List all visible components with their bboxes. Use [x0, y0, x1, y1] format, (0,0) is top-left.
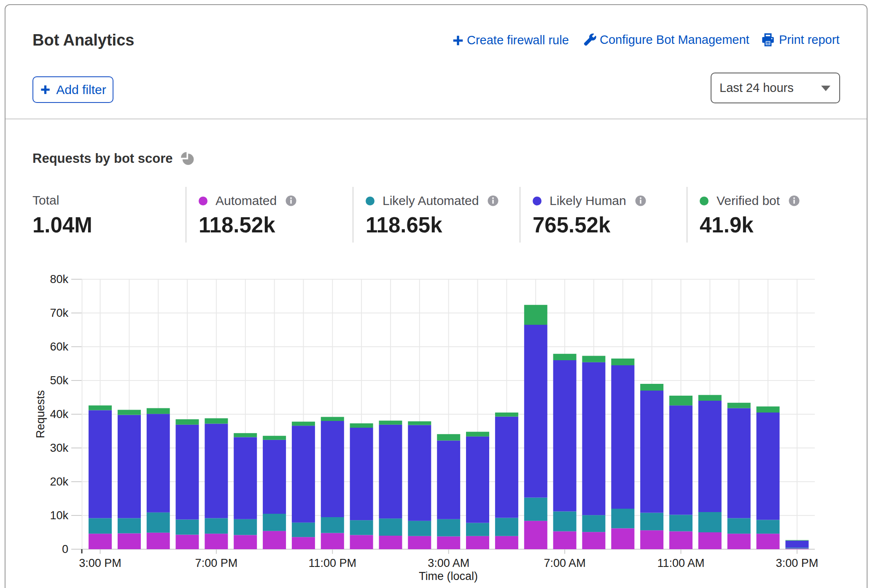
svg-text:70k: 70k: [50, 307, 68, 319]
svg-text:7:00 PM: 7:00 PM: [195, 557, 238, 569]
svg-text:20k: 20k: [50, 475, 68, 488]
svg-text:60k: 60k: [50, 340, 68, 353]
svg-text:3:00 AM: 3:00 AM: [428, 557, 469, 569]
svg-text:3:00 PM: 3:00 PM: [776, 557, 819, 569]
svg-text:3:00 PM: 3:00 PM: [79, 557, 121, 569]
svg-text:50k: 50k: [50, 374, 68, 387]
svg-text:40k: 40k: [50, 408, 68, 421]
svg-text:80k: 80k: [50, 273, 68, 286]
svg-text:11:00 PM: 11:00 PM: [309, 557, 357, 569]
svg-text:Requests: Requests: [34, 390, 47, 438]
svg-text:30k: 30k: [50, 442, 68, 454]
svg-text:Time (local): Time (local): [419, 570, 478, 583]
svg-text:0: 0: [62, 543, 68, 556]
svg-text:7:00 AM: 7:00 AM: [544, 557, 586, 569]
svg-text:10k: 10k: [50, 509, 68, 522]
svg-text:11:00 AM: 11:00 AM: [657, 557, 704, 569]
